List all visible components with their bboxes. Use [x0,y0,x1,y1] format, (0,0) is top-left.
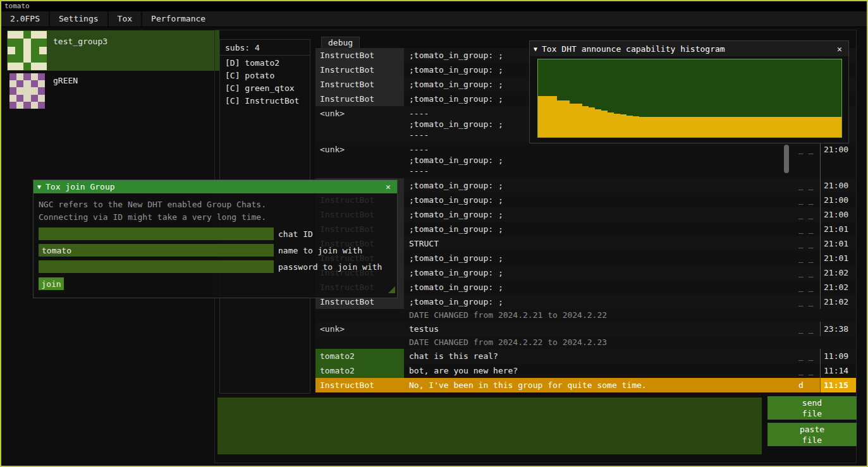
histogram-bar [677,117,683,137]
histogram-bar [822,117,829,137]
histogram-bar [570,104,576,137]
join-group-window: ▼ Tox join Group ✕ NGC refers to the New… [33,179,398,298]
message-text: No, I've been in this group for quite so… [404,378,795,392]
message-text: ;tomato_in_group: ; [404,265,795,280]
histogram-bar [551,96,557,137]
chat-message-row[interactable]: tomato2bot, are you new here?_ _11:14 [315,363,856,378]
histogram-bar [671,117,677,137]
histogram-bar [690,117,696,137]
histogram-bar [544,96,551,137]
chat-message-row[interactable]: tomato2chat is this real?_ _11:09 [315,349,856,363]
join-name-input[interactable] [39,244,274,257]
message-timestamp: 21:00 [820,193,856,207]
histogram-bar [652,117,658,137]
paste-file-button[interactable]: paste file [767,423,857,446]
histogram-bar [595,109,601,137]
message-author: <unk> [315,322,404,336]
message-timestamp: 11:09 [820,349,856,363]
message-text: testus [404,322,795,336]
message-timestamp: 21:00 [820,207,856,222]
message-text: ----;tomato_in_group: ;---- [404,142,795,178]
histogram-bar [835,117,841,137]
message-author: <unk> [315,106,404,142]
message-timestamp: 11:14 [820,363,856,378]
join-button[interactable]: join [39,277,64,290]
subs-list-item[interactable]: [C] InstructBot [220,95,310,107]
histogram-bar [772,117,778,137]
chat-id-input[interactable] [39,227,274,240]
app-window: tomato 2.0FPS SettingsToxPerformance tes… [0,0,868,467]
message-text: ;tomato_in_group: ; [404,280,795,294]
join-password-input[interactable] [39,260,274,273]
dht-histogram-window: ▼ Tox DHT announce capability histogram … [529,40,849,143]
subs-list-item[interactable]: [D] tomato2 [220,57,310,70]
message-text: ;tomato_in_group: ; [404,207,795,222]
collapse-arrow-icon[interactable]: ▼ [37,183,41,190]
join-group-titlebar: ▼ Tox join Group ✕ [34,180,397,193]
message-input[interactable] [217,397,762,454]
join-group-body: NGC refers to the New DHT enabled Group … [34,193,397,295]
chat-message-row[interactable]: <unk>----;tomato_in_group: ;----_ _21:00 [315,142,856,178]
group-avatar [9,73,45,109]
menu-bar: 2.0FPS SettingsToxPerformance [1,11,867,27]
message-flags: _ _ [795,222,820,236]
message-text: ;tomato_in_group: ; [404,294,795,309]
menu-item-performance[interactable]: Performance [142,11,214,27]
message-text: STRUCT [404,236,795,251]
chat-message-row[interactable]: InstructBotNo, I've been in this group f… [315,378,856,392]
message-author: <unk> [315,142,404,178]
send-file-button[interactable]: send file [767,396,857,420]
window-title: tomato [4,2,30,10]
histogram-bar [538,96,544,137]
message-text: ;tomato_in_group: ; [404,251,795,265]
join-group-title: Tox join Group [46,182,383,191]
histogram-bar [747,117,753,137]
subs-list-item[interactable]: [C] potato [220,70,310,82]
histogram-bar [664,117,671,137]
subs-list-item[interactable]: [C] green_qtox [220,82,310,95]
join-intro-line: NGC refers to the New DHT enabled Group … [39,198,392,211]
message-text: chat is this real? [404,349,795,363]
histogram-bar [791,117,797,137]
group-item-green[interactable]: gREEN [7,72,219,110]
message-text: ;tomato_in_group: ; [404,178,795,193]
histogram-bar [576,104,582,137]
join-password-label: password to join with [278,262,382,272]
histogram-bar [785,117,791,137]
message-flags: _ _ [795,265,820,280]
menu-item-tox[interactable]: Tox [109,11,141,27]
message-author: InstructBot [315,92,404,106]
histogram-bar [734,117,740,137]
histogram-bar [696,117,702,137]
date-separator-row: DATE CHANGED from 2024.2.21 to 2024.2.22 [315,309,856,322]
histogram-bar [589,107,595,137]
message-author: tomato2 [315,363,404,378]
date-separator-row: DATE CHANGED from 2024.2.22 to 2024.2.23 [315,336,856,349]
histogram-bar [683,117,690,137]
menu-item-settings[interactable]: Settings [50,11,107,27]
message-timestamp: 23:38 [820,322,856,336]
close-icon[interactable]: ✕ [383,182,393,191]
message-timestamp: 21:02 [820,280,856,294]
message-timestamp: 21:01 [820,251,856,265]
message-flags: _ _ [795,178,820,193]
chat-message-row[interactable]: <unk>testus_ _23:38 [315,322,856,336]
message-flags: _ _ [795,322,820,336]
group-avatar [8,31,47,70]
collapse-arrow-icon[interactable]: ▼ [534,45,537,52]
histogram-bar [728,117,734,137]
histogram-bar [702,117,709,137]
histogram-bar [633,116,639,137]
message-author: InstructBot [315,77,404,92]
group-name: test_group3 [47,30,107,71]
tab-debug[interactable]: debug [321,37,360,49]
message-author: tomato2 [315,349,404,363]
chat-scrollbar[interactable] [784,145,789,173]
close-icon[interactable]: ✕ [834,44,845,54]
message-flags: _ _ [795,193,820,207]
histogram-bar [582,106,589,137]
group-item-test_group3[interactable]: test_group3 [7,30,219,71]
resize-grip-icon[interactable] [388,286,395,293]
histogram-bar [645,117,652,137]
message-author: InstructBot [315,63,404,77]
